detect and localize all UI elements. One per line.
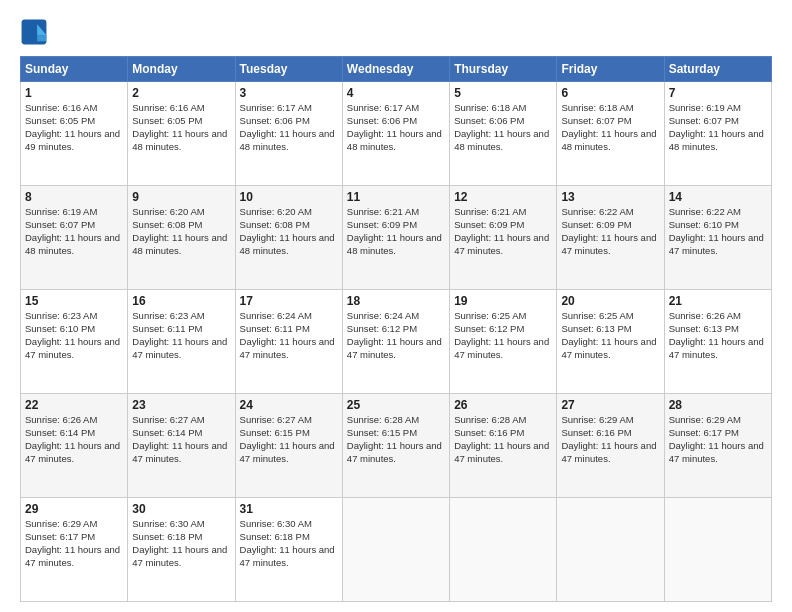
day-number: 26: [454, 397, 552, 413]
daylight: Daylight: 11 hours and 47 minutes.: [454, 440, 549, 464]
sunrise: Sunrise: 6:19 AM: [25, 206, 97, 217]
calendar-cell: 30Sunrise: 6:30 AMSunset: 6:18 PMDayligh…: [128, 498, 235, 602]
sunrise: Sunrise: 6:16 AM: [25, 102, 97, 113]
day-number: 9: [132, 189, 230, 205]
sunset: Sunset: 6:16 PM: [561, 427, 631, 438]
calendar-cell: 7Sunrise: 6:19 AMSunset: 6:07 PMDaylight…: [664, 82, 771, 186]
calendar-cell: 5Sunrise: 6:18 AMSunset: 6:06 PMDaylight…: [450, 82, 557, 186]
sunrise: Sunrise: 6:17 AM: [347, 102, 419, 113]
sunset: Sunset: 6:12 PM: [454, 323, 524, 334]
day-number: 12: [454, 189, 552, 205]
calendar-cell: 4Sunrise: 6:17 AMSunset: 6:06 PMDaylight…: [342, 82, 449, 186]
sunset: Sunset: 6:11 PM: [132, 323, 202, 334]
daylight: Daylight: 11 hours and 47 minutes.: [240, 544, 335, 568]
daylight: Daylight: 11 hours and 48 minutes.: [347, 128, 442, 152]
daylight: Daylight: 11 hours and 48 minutes.: [240, 128, 335, 152]
daylight: Daylight: 11 hours and 47 minutes.: [25, 544, 120, 568]
logo-icon: [20, 18, 48, 46]
calendar-cell: [342, 498, 449, 602]
calendar-cell: 21Sunrise: 6:26 AMSunset: 6:13 PMDayligh…: [664, 290, 771, 394]
sunrise: Sunrise: 6:24 AM: [347, 310, 419, 321]
sunset: Sunset: 6:17 PM: [25, 531, 95, 542]
day-number: 24: [240, 397, 338, 413]
sunset: Sunset: 6:09 PM: [561, 219, 631, 230]
day-number: 21: [669, 293, 767, 309]
week-row-5: 29Sunrise: 6:29 AMSunset: 6:17 PMDayligh…: [21, 498, 772, 602]
sunset: Sunset: 6:05 PM: [132, 115, 202, 126]
sunrise: Sunrise: 6:22 AM: [669, 206, 741, 217]
calendar-cell: 15Sunrise: 6:23 AMSunset: 6:10 PMDayligh…: [21, 290, 128, 394]
calendar-cell: 23Sunrise: 6:27 AMSunset: 6:14 PMDayligh…: [128, 394, 235, 498]
sunset: Sunset: 6:15 PM: [240, 427, 310, 438]
daylight: Daylight: 11 hours and 48 minutes.: [347, 232, 442, 256]
day-number: 25: [347, 397, 445, 413]
calendar-cell: 16Sunrise: 6:23 AMSunset: 6:11 PMDayligh…: [128, 290, 235, 394]
day-number: 31: [240, 501, 338, 517]
day-number: 16: [132, 293, 230, 309]
sunrise: Sunrise: 6:21 AM: [347, 206, 419, 217]
calendar-cell: 29Sunrise: 6:29 AMSunset: 6:17 PMDayligh…: [21, 498, 128, 602]
day-number: 18: [347, 293, 445, 309]
day-number: 4: [347, 85, 445, 101]
sunset: Sunset: 6:15 PM: [347, 427, 417, 438]
sunset: Sunset: 6:13 PM: [561, 323, 631, 334]
sunset: Sunset: 6:07 PM: [669, 115, 739, 126]
sunset: Sunset: 6:09 PM: [347, 219, 417, 230]
sunset: Sunset: 6:09 PM: [454, 219, 524, 230]
sunrise: Sunrise: 6:20 AM: [240, 206, 312, 217]
header: [20, 18, 772, 46]
daylight: Daylight: 11 hours and 47 minutes.: [132, 544, 227, 568]
daylight: Daylight: 11 hours and 48 minutes.: [132, 128, 227, 152]
daylight: Daylight: 11 hours and 48 minutes.: [240, 232, 335, 256]
sunrise: Sunrise: 6:18 AM: [561, 102, 633, 113]
sunrise: Sunrise: 6:27 AM: [132, 414, 204, 425]
daylight: Daylight: 11 hours and 47 minutes.: [25, 336, 120, 360]
day-number: 8: [25, 189, 123, 205]
calendar-cell: 17Sunrise: 6:24 AMSunset: 6:11 PMDayligh…: [235, 290, 342, 394]
col-header-tuesday: Tuesday: [235, 57, 342, 82]
sunrise: Sunrise: 6:17 AM: [240, 102, 312, 113]
calendar-table: SundayMondayTuesdayWednesdayThursdayFrid…: [20, 56, 772, 602]
daylight: Daylight: 11 hours and 47 minutes.: [132, 336, 227, 360]
sunrise: Sunrise: 6:30 AM: [240, 518, 312, 529]
daylight: Daylight: 11 hours and 47 minutes.: [669, 440, 764, 464]
sunset: Sunset: 6:18 PM: [240, 531, 310, 542]
col-header-monday: Monday: [128, 57, 235, 82]
col-header-saturday: Saturday: [664, 57, 771, 82]
daylight: Daylight: 11 hours and 47 minutes.: [347, 336, 442, 360]
calendar-cell: 11Sunrise: 6:21 AMSunset: 6:09 PMDayligh…: [342, 186, 449, 290]
sunset: Sunset: 6:16 PM: [454, 427, 524, 438]
sunrise: Sunrise: 6:20 AM: [132, 206, 204, 217]
day-number: 20: [561, 293, 659, 309]
sunset: Sunset: 6:05 PM: [25, 115, 95, 126]
day-number: 27: [561, 397, 659, 413]
sunrise: Sunrise: 6:29 AM: [561, 414, 633, 425]
sunrise: Sunrise: 6:24 AM: [240, 310, 312, 321]
sunrise: Sunrise: 6:26 AM: [25, 414, 97, 425]
day-number: 5: [454, 85, 552, 101]
calendar-cell: 28Sunrise: 6:29 AMSunset: 6:17 PMDayligh…: [664, 394, 771, 498]
calendar-cell: 22Sunrise: 6:26 AMSunset: 6:14 PMDayligh…: [21, 394, 128, 498]
day-number: 10: [240, 189, 338, 205]
sunset: Sunset: 6:14 PM: [132, 427, 202, 438]
calendar-cell: [557, 498, 664, 602]
day-number: 29: [25, 501, 123, 517]
sunrise: Sunrise: 6:22 AM: [561, 206, 633, 217]
week-row-1: 1Sunrise: 6:16 AMSunset: 6:05 PMDaylight…: [21, 82, 772, 186]
week-row-4: 22Sunrise: 6:26 AMSunset: 6:14 PMDayligh…: [21, 394, 772, 498]
sunrise: Sunrise: 6:28 AM: [347, 414, 419, 425]
sunset: Sunset: 6:06 PM: [454, 115, 524, 126]
calendar-cell: 1Sunrise: 6:16 AMSunset: 6:05 PMDaylight…: [21, 82, 128, 186]
calendar-cell: 9Sunrise: 6:20 AMSunset: 6:08 PMDaylight…: [128, 186, 235, 290]
sunset: Sunset: 6:10 PM: [669, 219, 739, 230]
week-row-2: 8Sunrise: 6:19 AMSunset: 6:07 PMDaylight…: [21, 186, 772, 290]
col-header-wednesday: Wednesday: [342, 57, 449, 82]
calendar-cell: 13Sunrise: 6:22 AMSunset: 6:09 PMDayligh…: [557, 186, 664, 290]
day-number: 2: [132, 85, 230, 101]
calendar-cell: 8Sunrise: 6:19 AMSunset: 6:07 PMDaylight…: [21, 186, 128, 290]
daylight: Daylight: 11 hours and 47 minutes.: [454, 232, 549, 256]
sunrise: Sunrise: 6:25 AM: [454, 310, 526, 321]
calendar-cell: 12Sunrise: 6:21 AMSunset: 6:09 PMDayligh…: [450, 186, 557, 290]
calendar-cell: 14Sunrise: 6:22 AMSunset: 6:10 PMDayligh…: [664, 186, 771, 290]
daylight: Daylight: 11 hours and 49 minutes.: [25, 128, 120, 152]
